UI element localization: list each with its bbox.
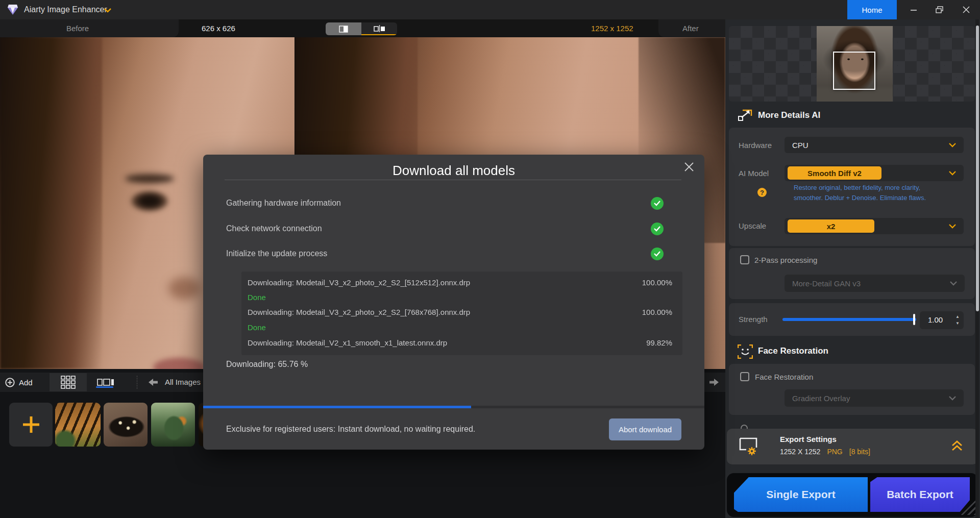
two-pass-checkbox[interactable] bbox=[740, 255, 749, 264]
grid-view-tab[interactable] bbox=[50, 373, 87, 391]
collapse-chevron-icon[interactable] bbox=[950, 439, 964, 453]
list-view-tab[interactable] bbox=[87, 373, 124, 391]
list-view-active-underline bbox=[96, 386, 113, 388]
before-size-label: 626 x 626 bbox=[202, 19, 235, 37]
all-images-label[interactable]: All Images bbox=[165, 373, 201, 392]
step-check-icon bbox=[651, 197, 664, 210]
chevron-down-icon bbox=[948, 143, 957, 147]
add-image-tile[interactable] bbox=[9, 403, 53, 447]
app-menu-chevron-icon[interactable] bbox=[104, 8, 112, 13]
thumbnail-tiger[interactable] bbox=[55, 403, 101, 447]
upscale-label: Upscale bbox=[739, 221, 766, 230]
download-percent: 100.00% bbox=[642, 308, 672, 316]
side-by-side-view-toggle[interactable] bbox=[361, 22, 397, 35]
step-initialize: Initialize the update process bbox=[226, 249, 327, 258]
home-button[interactable]: Home bbox=[847, 0, 897, 19]
export-bits: [8 bits] bbox=[849, 448, 870, 456]
minimize-icon bbox=[910, 6, 917, 13]
abort-download-button[interactable]: Abort download bbox=[609, 418, 681, 440]
registered-users-note: Exclusive for registered users: Instant … bbox=[226, 425, 475, 434]
chevron-down-icon bbox=[948, 171, 957, 176]
minimize-button[interactable] bbox=[902, 0, 925, 19]
more-details-panel: Hardware CPU AI Model Smooth Diff v2 ? R… bbox=[729, 128, 975, 246]
close-icon bbox=[684, 162, 694, 172]
before-tab bbox=[0, 19, 179, 37]
close-button[interactable] bbox=[954, 0, 978, 19]
thumbnail-terrarium-jar[interactable] bbox=[151, 403, 195, 447]
before-label: Before bbox=[66, 19, 89, 37]
download-file-row: Downloading: Modetail_V2_x1_smooth_x1_la… bbox=[248, 338, 447, 347]
hardware-dropdown[interactable]: CPU bbox=[785, 137, 964, 153]
face-restoration-panel: Face Restoration Gradient Overlay bbox=[729, 364, 975, 415]
export-settings-meta: 1252 X 1252PNG[8 bits] bbox=[780, 448, 870, 456]
restore-icon bbox=[936, 6, 943, 14]
maximize-button[interactable] bbox=[927, 0, 951, 19]
back-arrow-icon[interactable] bbox=[149, 379, 158, 386]
split-view-toggle[interactable] bbox=[326, 22, 361, 35]
two-pass-label: 2-Pass processing bbox=[754, 256, 817, 264]
dialog-divider bbox=[225, 180, 681, 180]
upscale-tag: x2 bbox=[788, 219, 874, 233]
settings-sidebar: More Details AI Hardware CPU AI Model Sm… bbox=[725, 19, 980, 518]
download-file-row: Downloading: Modetail_V3_x2_photo_x2_S2_… bbox=[248, 278, 470, 287]
step-check-icon bbox=[651, 223, 664, 235]
download-percent: 100.00% bbox=[642, 278, 672, 287]
face-restoration-checkbox-label: Face Restoration bbox=[755, 373, 813, 381]
model-description-line1: Restore original, better fidelity, more … bbox=[794, 184, 920, 191]
strength-value: 1.00 bbox=[928, 315, 943, 324]
close-icon bbox=[963, 6, 970, 13]
toolbar-divider bbox=[137, 376, 137, 389]
chevron-down-icon bbox=[948, 396, 957, 401]
view-mode-toggles bbox=[326, 22, 397, 35]
chevron-down-icon bbox=[948, 224, 957, 229]
app-window: Aiarty Image Enhancer Home Before 626 x … bbox=[0, 0, 980, 518]
single-export-button[interactable]: Single Export bbox=[734, 477, 868, 512]
export-settings-panel[interactable]: Export Settings 1252 X 1252PNG[8 bits] bbox=[727, 429, 978, 464]
strength-value-box[interactable]: 1.00 ▲▼ bbox=[920, 311, 964, 329]
help-icon[interactable]: ? bbox=[757, 188, 767, 197]
ai-model-dropdown[interactable]: Smooth Diff v2 bbox=[785, 165, 964, 181]
titlebar: Aiarty Image Enhancer Home bbox=[0, 0, 980, 19]
download-list-panel: Downloading: Modetail_V3_x2_photo_x2_S2_… bbox=[241, 272, 682, 355]
export-dims: 1252 X 1252 bbox=[780, 448, 820, 456]
export-format: PNG bbox=[827, 448, 842, 456]
split-view-icon bbox=[339, 26, 348, 33]
navigator-preview[interactable] bbox=[729, 26, 975, 102]
after-label: After bbox=[682, 19, 699, 37]
upscale-dropdown[interactable]: x2 bbox=[785, 218, 964, 234]
download-progress-fill bbox=[203, 406, 471, 408]
more-details-ai-icon bbox=[738, 109, 753, 121]
export-buttons-bar: Single Export Batch Export bbox=[727, 473, 978, 517]
app-logo-icon bbox=[7, 4, 18, 16]
model-description-line2: smoother. Deblur + Denoise. Eliminate fl… bbox=[794, 194, 926, 202]
strength-spinner[interactable]: ▲▼ bbox=[955, 313, 960, 327]
navigator-viewport-frame[interactable] bbox=[833, 52, 875, 90]
more-details-ai-title: More Details AI bbox=[758, 110, 820, 120]
sidebar-scrollbar-thumb[interactable] bbox=[976, 26, 979, 311]
ai-model-tag: Smooth Diff v2 bbox=[788, 166, 881, 180]
forward-arrow-icon[interactable] bbox=[709, 379, 719, 386]
step-network: Check network connection bbox=[226, 224, 322, 233]
add-icon bbox=[5, 378, 15, 387]
strength-slider[interactable] bbox=[782, 318, 916, 321]
hardware-label: Hardware bbox=[739, 141, 772, 150]
face-restoration-checkbox[interactable] bbox=[740, 372, 749, 381]
app-title[interactable]: Aiarty Image Enhancer bbox=[24, 0, 107, 19]
export-settings-title: Export Settings bbox=[780, 435, 837, 443]
thumbnail-butterfly[interactable] bbox=[104, 403, 148, 447]
after-size-label: 1252 x 1252 bbox=[591, 19, 633, 37]
dialog-close-button[interactable] bbox=[681, 159, 697, 175]
batch-export-button[interactable]: Batch Export bbox=[870, 477, 970, 512]
strength-slider-thumb[interactable] bbox=[913, 314, 915, 325]
grid-view-icon bbox=[61, 376, 76, 389]
step-check-icon bbox=[651, 248, 664, 260]
download-progress-bar bbox=[203, 406, 704, 408]
download-status: Done bbox=[248, 293, 266, 302]
download-models-dialog: Download all models Gathering hardware i… bbox=[203, 155, 704, 450]
strength-panel: Strength 1.00 ▲▼ bbox=[729, 303, 975, 336]
two-pass-model-dropdown: More-Detail GAN v3 bbox=[785, 275, 965, 292]
add-button[interactable]: Add bbox=[0, 373, 50, 392]
download-status: Done bbox=[248, 323, 266, 332]
side-by-side-view-icon bbox=[374, 25, 385, 32]
overall-progress-label: Downloading: 65.76 % bbox=[226, 360, 308, 369]
